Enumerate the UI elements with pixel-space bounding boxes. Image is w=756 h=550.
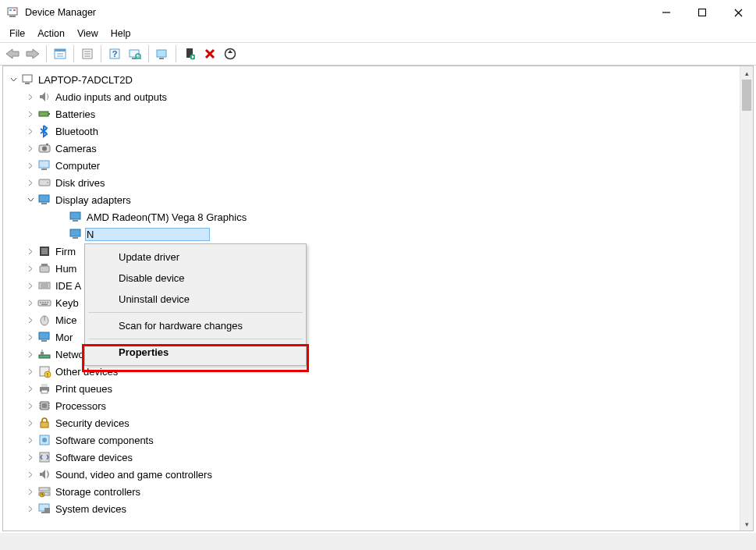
category-label: Software devices	[54, 451, 134, 464]
chevron-right-icon[interactable]	[25, 143, 36, 154]
category-label: Processors	[54, 399, 108, 413]
tree-category[interactable]: Cameras	[3, 140, 740, 157]
ctx-disable-device[interactable]: Disable device	[87, 268, 303, 289]
chevron-right-icon[interactable]	[25, 400, 36, 411]
menu-view[interactable]: View	[71, 27, 105, 41]
category-label: Mice	[54, 314, 78, 327]
tree-category[interactable]: Software components	[3, 431, 740, 449]
tree-category[interactable]: Processors	[3, 397, 740, 414]
close-button[interactable]	[720, 0, 756, 25]
category-icon	[37, 244, 51, 258]
menu-file[interactable]: File	[3, 27, 31, 41]
ctx-uninstall-device[interactable]: Uninstall device	[87, 289, 303, 310]
tree-category[interactable]: Computer	[3, 157, 740, 174]
vertical-scrollbar[interactable]: ▴ ▾	[740, 66, 753, 530]
tree-category[interactable]: System devices	[3, 500, 740, 517]
ctx-update-driver[interactable]: Update driver	[87, 247, 303, 268]
svg-rect-33	[23, 75, 32, 82]
chevron-right-icon[interactable]	[25, 297, 36, 308]
svg-rect-66	[39, 332, 49, 339]
chevron-right-icon[interactable]	[25, 177, 36, 188]
tree-category[interactable]: Software devices	[3, 449, 740, 466]
tree-category[interactable]: Security devices	[3, 414, 740, 431]
svg-rect-67	[41, 340, 47, 342]
chevron-right-icon[interactable]	[25, 263, 36, 274]
menu-action[interactable]: Action	[31, 27, 71, 41]
tree-root-label: LAPTOP-7ADCLT2D	[37, 73, 134, 87]
category-label: Mor	[54, 331, 74, 344]
minimize-button[interactable]	[648, 0, 684, 25]
svg-rect-52	[40, 266, 49, 272]
titlebar: Device Manager	[0, 0, 756, 25]
chevron-right-icon[interactable]	[25, 108, 36, 119]
category-icon	[37, 433, 51, 447]
category-icon	[37, 158, 51, 172]
chevron-right-icon[interactable]	[25, 126, 36, 137]
ctx-properties[interactable]: Properties	[87, 342, 303, 363]
tree-category[interactable]: Print queues	[3, 380, 740, 397]
show-hidden-button[interactable]	[51, 44, 69, 63]
category-label: Bluetooth	[54, 125, 100, 138]
scan-button[interactable]	[126, 44, 144, 63]
chevron-right-icon[interactable]	[25, 452, 36, 463]
tree-device[interactable]: AMD Radeon(TM) Vega 8 Graphics	[3, 208, 740, 225]
enable-button[interactable]	[180, 44, 199, 63]
status-bar	[0, 533, 756, 550]
chevron-right-icon[interactable]	[25, 349, 36, 360]
chevron-right-icon[interactable]	[25, 417, 36, 428]
chevron-right-icon[interactable]	[25, 280, 36, 291]
tree-category[interactable]: Display adapters	[3, 191, 740, 208]
category-label: Hum	[54, 262, 78, 275]
svg-rect-47	[73, 220, 78, 222]
tree-category[interactable]: Sound, video and game controllers	[3, 466, 740, 483]
tree-category[interactable]: Bluetooth	[3, 122, 740, 140]
category-icon	[37, 330, 51, 344]
menu-help[interactable]: Help	[105, 27, 137, 41]
svg-rect-96	[44, 508, 50, 513]
chevron-down-icon[interactable]	[8, 74, 19, 85]
scan-hardware-button[interactable]	[221, 44, 240, 63]
svg-rect-68	[39, 355, 50, 358]
chevron-right-icon[interactable]	[25, 246, 36, 257]
context-menu: Update driver Disable device Uninstall d…	[84, 243, 307, 366]
chevron-right-icon[interactable]	[25, 366, 36, 377]
category-label: Keyb	[54, 296, 80, 310]
scroll-up-button[interactable]: ▴	[740, 66, 753, 80]
chevron-right-icon[interactable]	[25, 160, 36, 171]
chevron-right-icon[interactable]	[25, 314, 36, 325]
display-adapter-icon	[69, 227, 83, 241]
tree-category[interactable]: Disk drives	[3, 174, 740, 191]
category-label: Sound, video and game controllers	[54, 468, 214, 481]
tree-category[interactable]: Storage controllers	[3, 483, 740, 500]
chevron-right-icon[interactable]	[25, 91, 36, 102]
uninstall-button[interactable]	[201, 44, 219, 63]
category-icon	[37, 450, 51, 464]
forward-button[interactable]	[23, 44, 42, 63]
tree-root[interactable]: LAPTOP-7ADCLT2D	[3, 71, 740, 88]
chevron-right-icon[interactable]	[25, 383, 36, 394]
ctx-scan-hardware[interactable]: Scan for hardware changes	[87, 315, 303, 336]
chevron-down-icon[interactable]	[25, 194, 36, 205]
chevron-right-icon[interactable]	[25, 435, 36, 445]
toolbar-sep	[148, 45, 149, 62]
chevron-right-icon[interactable]	[25, 503, 36, 514]
properties-button[interactable]	[78, 44, 97, 63]
svg-text:?: ?	[112, 49, 118, 59]
help-button[interactable]: ?	[105, 44, 124, 63]
toolbar-sep	[176, 45, 176, 62]
tree-category[interactable]: Audio inputs and outputs	[3, 88, 740, 105]
chevron-right-icon[interactable]	[25, 469, 36, 480]
maximize-button[interactable]	[684, 0, 720, 25]
tree-device[interactable]: N	[3, 225, 740, 243]
update-driver-button[interactable]	[153, 44, 172, 63]
svg-rect-0	[8, 8, 17, 15]
svg-rect-40	[39, 161, 49, 168]
scroll-down-button[interactable]: ▾	[740, 517, 753, 530]
tree-category[interactable]: Batteries	[3, 105, 740, 122]
spacer	[56, 211, 67, 222]
chevron-right-icon[interactable]	[25, 332, 36, 342]
chevron-right-icon[interactable]	[25, 486, 36, 497]
back-button[interactable]	[3, 44, 22, 63]
scroll-thumb[interactable]	[742, 80, 751, 111]
menu-separator	[88, 312, 303, 313]
